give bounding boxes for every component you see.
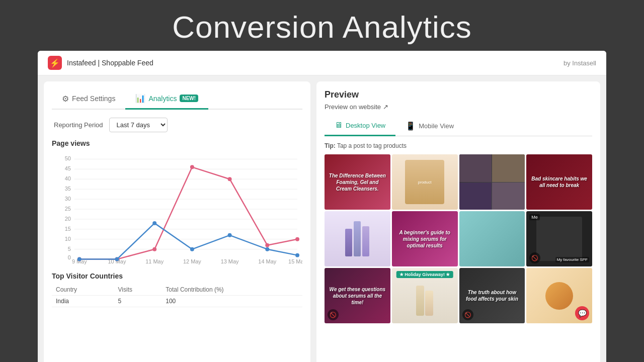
table-row: India 5 100: [52, 296, 302, 307]
main-content: ⚙ Feed Settings 📊 Analytics NEW! Reporti…: [38, 75, 606, 362]
svg-point-33: [265, 243, 269, 247]
country-visits: 5: [114, 296, 162, 307]
grid-item-3[interactable]: [459, 154, 525, 210]
page-title: Conversion Analytics: [0, 9, 644, 45]
svg-text:12 May: 12 May: [183, 258, 201, 264]
tab-mobile-label: Mobile View: [419, 122, 454, 130]
new-badge: NEW!: [180, 95, 198, 102]
app-icon: ⚡: [48, 56, 62, 70]
grid-text-6: A beginner's guide to mixing serums for …: [395, 229, 454, 249]
countries-table: Country Visits Total Contribution (%) In…: [52, 284, 302, 307]
grid-item-7[interactable]: [459, 211, 525, 266]
tab-feed-settings-label: Feed Settings: [72, 95, 115, 103]
svg-point-37: [152, 221, 156, 225]
instagram-grid: The Difference Between Foaming, Gel and …: [325, 154, 592, 323]
col-contribution: Total Contribution (%): [162, 284, 302, 296]
mobile-icon: 📱: [406, 121, 416, 131]
hidden-icon-9: 🚫: [328, 309, 339, 320]
svg-text:35: 35: [65, 186, 71, 192]
tabs-container: ⚙ Feed Settings 📊 Analytics NEW!: [52, 89, 302, 110]
svg-point-41: [295, 253, 299, 257]
svg-point-32: [228, 177, 232, 181]
view-tabs: 🖥 Desktop View 📱 Mobile View: [325, 117, 592, 136]
svg-point-40: [265, 247, 269, 251]
svg-point-35: [77, 257, 82, 261]
svg-text:50: 50: [65, 155, 71, 161]
svg-point-38: [190, 247, 194, 251]
svg-point-34: [295, 237, 299, 241]
settings-icon: ⚙: [62, 94, 69, 104]
grid-item-9[interactable]: We get these questions about serums all …: [325, 268, 390, 323]
tab-desktop[interactable]: 🖥 Desktop View: [325, 117, 395, 136]
preview-website-text: Preview on website: [325, 103, 381, 111]
chart-area: 50 45 40 35 30 25 20 15 10 5 0 9 May 10 …: [52, 151, 302, 267]
holiday-badge: ★ Holiday Giveaway! ★: [396, 271, 453, 278]
grid-item-4[interactable]: Bad skincare habits we all need to break: [526, 154, 592, 210]
grid-item-2[interactable]: product: [392, 154, 458, 210]
svg-point-30: [152, 247, 156, 251]
page-title-area: Conversion Analytics: [0, 0, 644, 51]
me-label: Me: [529, 214, 540, 220]
app-name: Instafeed | Shoppable Feed: [67, 59, 153, 67]
left-panel: ⚙ Feed Settings 📊 Analytics NEW! Reporti…: [44, 81, 310, 362]
by-instasell: by Instasell: [564, 59, 596, 67]
svg-text:25: 25: [65, 206, 71, 212]
grid-text-1: The Difference Between Foaming, Gel and …: [328, 172, 387, 192]
grid-item-12[interactable]: 💬: [526, 268, 592, 323]
tab-feed-settings[interactable]: ⚙ Feed Settings: [52, 90, 125, 109]
tab-mobile[interactable]: 📱 Mobile View: [395, 117, 464, 136]
svg-point-31: [190, 165, 194, 169]
reporting-label: Reporting Period: [54, 121, 103, 129]
spf-label: My favourite SPF: [555, 257, 589, 262]
grid-item-10[interactable]: ★ Holiday Giveaway! ★: [392, 268, 458, 323]
svg-text:11 May: 11 May: [145, 258, 164, 264]
svg-text:0: 0: [68, 254, 71, 260]
svg-text:20: 20: [65, 216, 71, 222]
reporting-section: Reporting Period Last 7 days Last 30 day…: [52, 118, 302, 132]
grid-item-1[interactable]: The Difference Between Foaming, Gel and …: [325, 154, 390, 210]
grid-item-8[interactable]: 🚫 Me My favourite SPF: [526, 211, 592, 266]
grid-text-9: We get these questions about serums all …: [328, 286, 387, 306]
svg-text:10: 10: [65, 236, 71, 242]
svg-text:14 May: 14 May: [258, 258, 276, 264]
svg-text:15 May: 15 May: [288, 258, 302, 264]
grid-item-11[interactable]: The truth about how food affects your sk…: [459, 268, 525, 323]
svg-point-36: [115, 257, 119, 261]
tab-analytics-label: Analytics: [148, 95, 177, 103]
top-bar-left: ⚡ Instafeed | Shoppable Feed: [48, 56, 153, 70]
svg-point-39: [228, 233, 232, 237]
tab-analytics[interactable]: 📊 Analytics NEW!: [125, 89, 208, 110]
tip-label: Tip:: [325, 142, 336, 149]
right-panel: Preview Preview on website ↗ 🖥 Desktop V…: [316, 81, 600, 362]
external-link-icon: ↗: [383, 103, 388, 111]
app-window: ⚡ Instafeed | Shoppable Feed by Instasel…: [38, 51, 606, 362]
page-views-title: Page views: [52, 139, 302, 147]
tip-text: Tip: Tap a post to tag products: [325, 142, 592, 149]
page-views-chart: 50 45 40 35 30 25 20 15 10 5 0 9 May 10 …: [52, 151, 302, 267]
chart-icon: 📊: [135, 94, 145, 103]
col-country: Country: [52, 284, 114, 296]
grid-item-5[interactable]: [325, 211, 390, 266]
countries-title: Top Visitor Countries: [52, 272, 302, 280]
svg-text:15: 15: [65, 226, 71, 232]
top-bar: ⚡ Instafeed | Shoppable Feed by Instasel…: [38, 51, 606, 75]
preview-title: Preview: [325, 89, 592, 100]
chat-bubble[interactable]: 💬: [575, 306, 589, 320]
tip-content: Tap a post to tag products: [337, 142, 407, 149]
preview-website-link[interactable]: Preview on website ↗: [325, 103, 592, 111]
svg-text:30: 30: [65, 196, 71, 202]
period-select[interactable]: Last 7 days Last 30 days Last 90 days: [109, 118, 168, 132]
svg-text:5: 5: [68, 246, 71, 252]
countries-section: Top Visitor Countries Country Visits Tot…: [52, 272, 302, 307]
svg-text:13 May: 13 May: [221, 258, 239, 264]
country-name: India: [52, 296, 114, 307]
lightning-icon: ⚡: [50, 58, 60, 68]
grid-item-6[interactable]: A beginner's guide to mixing serums for …: [392, 211, 458, 266]
country-contribution: 100: [162, 296, 302, 307]
grid-text-4: Bad skincare habits we all need to break: [530, 175, 589, 189]
grid-text-11: The truth about how food affects your sk…: [462, 289, 522, 302]
desktop-icon: 🖥: [335, 121, 343, 130]
col-visits: Visits: [114, 284, 162, 296]
tab-desktop-label: Desktop View: [346, 122, 385, 129]
svg-text:45: 45: [65, 165, 71, 171]
